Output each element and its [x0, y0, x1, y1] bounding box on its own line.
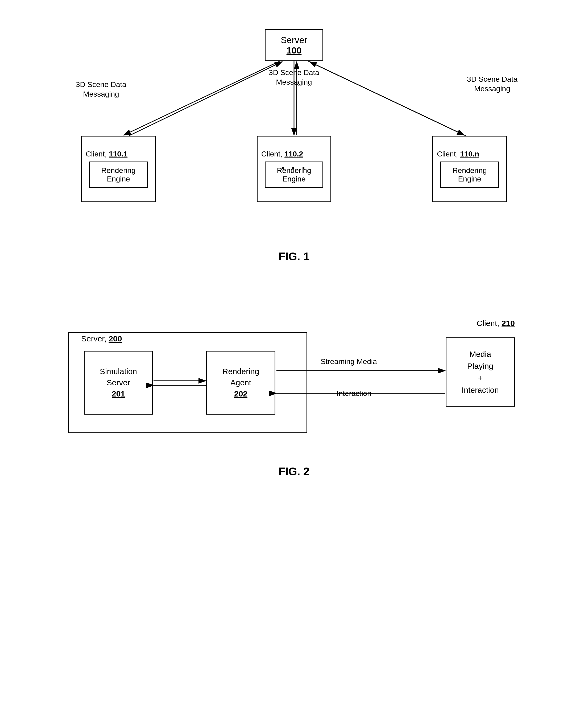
client-110-1-box: Client, 110.1 Rendering Engine: [81, 136, 156, 202]
client-110-2-label: Client, 110.2: [257, 150, 303, 158]
svg-line-2: [124, 61, 281, 135]
fig1-section: Server 100 3D Scene DataMessaging 3D Sce…: [16, 21, 572, 263]
arrow-label-left: 3D Scene DataMessaging: [76, 80, 126, 99]
server-100-box: Server 100: [265, 29, 323, 61]
rendering-agent-202-box: Rendering Agent 202: [206, 351, 275, 415]
sim-server-201-number: 201: [112, 388, 125, 399]
fig2-caption: FIG. 2: [278, 465, 310, 478]
interaction-label: Interaction: [337, 389, 372, 398]
ellipsis: · · ·: [281, 161, 307, 176]
client-110-n-label: Client, 110.n: [433, 150, 479, 158]
arrow-label-right: 3D Scene DataMessaging: [467, 75, 518, 94]
fig1-caption: FIG. 1: [278, 250, 310, 263]
svg-line-7: [310, 62, 466, 136]
svg-line-3: [129, 62, 282, 136]
fig1-diagram: Server 100 3D Scene DataMessaging 3D Sce…: [55, 21, 533, 239]
client-210-label: Client, 210: [477, 319, 515, 328]
svg-line-6: [307, 61, 464, 135]
streaming-media-label: Streaming Media: [321, 357, 377, 366]
rendering-engine-110-n: Rendering Engine: [440, 162, 499, 188]
rendering-engine-110-1: Rendering Engine: [89, 162, 148, 188]
server-200-label: Server, 200: [81, 334, 122, 343]
sim-server-201-box: Simulation Server 201: [84, 351, 153, 415]
fig2-section: Server, 200 Simulation Server 201 Render…: [16, 305, 572, 478]
server-100-number: 100: [287, 45, 302, 56]
media-playing-box: Media Playing + Interaction: [446, 337, 515, 407]
fig2-diagram: Server, 200 Simulation Server 201 Render…: [68, 305, 520, 454]
server-100-label: Server: [281, 35, 307, 45]
arrow-label-center: 3D Scene DataMessaging: [269, 68, 319, 87]
rendering-agent-202-number: 202: [234, 388, 248, 399]
client-110-1-label: Client, 110.1: [82, 150, 127, 158]
client-110-n-box: Client, 110.n Rendering Engine: [432, 136, 507, 202]
